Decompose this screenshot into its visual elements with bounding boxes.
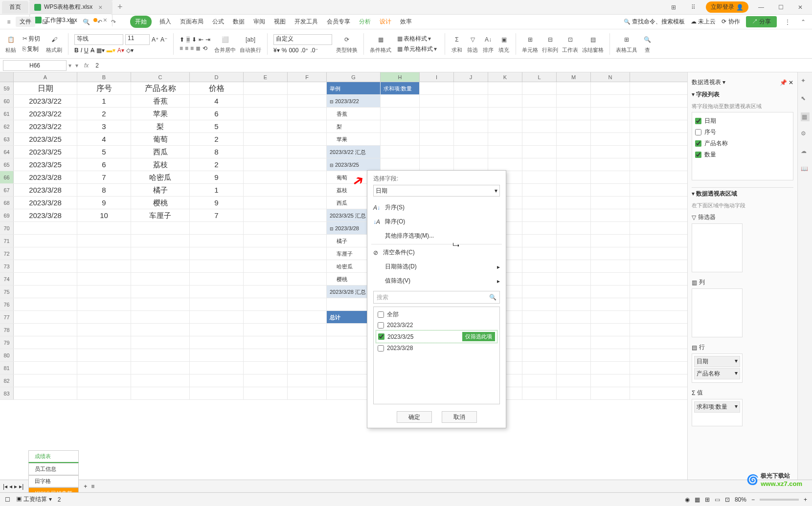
new-tab-button[interactable]: + [113, 2, 127, 12]
cell[interactable] [190, 362, 244, 374]
cell[interactable]: 2023/3/28 [14, 197, 77, 209]
cell[interactable] [244, 362, 288, 374]
cell[interactable] [488, 82, 522, 94]
cell[interactable] [591, 374, 630, 387]
cell[interactable] [420, 95, 454, 107]
cell[interactable] [557, 171, 591, 183]
name-box[interactable]: H66 [3, 60, 67, 71]
cell[interactable] [288, 197, 327, 209]
orientation-icon[interactable]: ⟲ [203, 45, 207, 52]
cell[interactable]: 日期 [14, 82, 77, 94]
tab-home[interactable]: 首页 [2, 1, 28, 14]
cell[interactable]: 哈密瓜 [131, 171, 190, 183]
row-header[interactable]: 70 [0, 222, 14, 234]
cell[interactable] [244, 273, 288, 285]
cell[interactable] [591, 298, 630, 310]
row-header[interactable]: 75 [0, 286, 14, 298]
cell[interactable] [14, 298, 77, 310]
chevron-down-icon[interactable]: ▾ [692, 91, 695, 98]
cell[interactable] [244, 197, 288, 209]
cell[interactable]: 产品名称 [131, 82, 190, 94]
cell[interactable] [288, 311, 327, 323]
cell[interactable] [288, 108, 327, 120]
italic-icon[interactable]: I [81, 47, 82, 54]
view-split-icon[interactable]: ⊡ [725, 496, 730, 503]
cell[interactable] [557, 273, 591, 285]
undo-icon[interactable]: ↶ [95, 17, 105, 27]
row-header[interactable]: 80 [0, 349, 14, 361]
rows-area[interactable]: 日期▾产品名称▾ [692, 353, 743, 383]
cell[interactable] [14, 273, 77, 285]
row-header[interactable]: 78 [0, 324, 14, 336]
cell[interactable] [244, 260, 288, 272]
cell[interactable] [288, 286, 327, 298]
more-icon[interactable]: ⋮ [783, 17, 792, 27]
cell[interactable] [522, 95, 557, 107]
cell[interactable] [591, 95, 630, 107]
cell[interactable] [591, 336, 630, 349]
col-header[interactable]: A [14, 72, 77, 82]
cell[interactable]: 2 [77, 108, 131, 120]
cell[interactable] [557, 298, 591, 310]
field-item[interactable]: 数量 [695, 149, 790, 160]
cell[interactable] [77, 286, 131, 298]
book-icon[interactable]: 📖 [801, 165, 810, 174]
cell[interactable] [131, 222, 190, 234]
login-button[interactable]: 立即登录👤 [706, 1, 748, 13]
ribbon-tab[interactable]: 页面布局 [179, 16, 204, 28]
row-header[interactable]: 69 [0, 209, 14, 221]
cell[interactable] [14, 336, 77, 349]
fill-button[interactable]: ▣填充 [498, 34, 510, 54]
cell[interactable] [77, 311, 131, 323]
cell[interactable]: 8 [190, 146, 244, 158]
cell[interactable] [244, 222, 288, 234]
comma-icon[interactable]: 000 [289, 47, 298, 54]
cell[interactable] [557, 349, 591, 361]
cell[interactable]: 车厘子 [131, 209, 190, 221]
print-icon[interactable]: 🖶 [68, 17, 77, 27]
cell[interactable] [488, 108, 522, 120]
cell[interactable] [131, 273, 190, 285]
underline-icon[interactable]: U [84, 47, 89, 54]
cell[interactable]: 8 [77, 184, 131, 196]
cell[interactable] [557, 374, 591, 387]
cell[interactable] [288, 146, 327, 158]
close-button[interactable]: ✕ [793, 4, 807, 11]
cell[interactable] [454, 146, 488, 158]
cell[interactable] [591, 82, 630, 94]
filters-area[interactable] [692, 223, 743, 272]
formula-mode-icon[interactable]: ☐ [5, 496, 10, 503]
cell[interactable] [522, 146, 557, 158]
cell[interactable]: 梨 [327, 120, 381, 132]
cell[interactable] [591, 209, 630, 221]
filter-option[interactable]: 2023/3/22 [376, 320, 497, 330]
cell[interactable] [77, 222, 131, 234]
cell[interactable] [77, 349, 131, 361]
name-box-dropdown-icon[interactable]: ▾ [67, 62, 73, 69]
more-sort-item[interactable]: 其他排序选项(M)... [367, 229, 506, 243]
row-header[interactable]: 65 [0, 158, 14, 171]
cell[interactable] [522, 133, 557, 145]
align-top-icon[interactable]: ⬆ [180, 36, 184, 43]
cell[interactable]: 香蕉 [131, 95, 190, 107]
cell[interactable]: 2023/3/22 [14, 95, 77, 107]
cell[interactable] [288, 158, 327, 171]
row-header[interactable]: 72 [0, 247, 14, 260]
row-header[interactable]: 79 [0, 336, 14, 349]
cell[interactable]: 6 [190, 108, 244, 120]
indent-left-icon[interactable]: ⇤ [199, 36, 203, 43]
cell[interactable]: 2023/3/22 [14, 120, 77, 132]
cell[interactable] [77, 298, 131, 310]
cell[interactable]: ⊟2023/3/22 [327, 95, 381, 107]
cell[interactable] [190, 324, 244, 336]
cell[interactable]: 2023/3/25 [14, 158, 77, 171]
filter-search[interactable]: 搜索🔍 [373, 291, 500, 304]
font-select[interactable]: 等线 [74, 34, 123, 45]
cell[interactable] [591, 171, 630, 183]
cell[interactable] [591, 311, 630, 323]
cell[interactable] [557, 311, 591, 323]
command-search[interactable]: 🔍 查找命令、搜索模板 [624, 18, 685, 26]
cell[interactable] [591, 146, 630, 158]
cell[interactable] [77, 387, 131, 399]
field-item[interactable]: 日期 [695, 115, 790, 127]
